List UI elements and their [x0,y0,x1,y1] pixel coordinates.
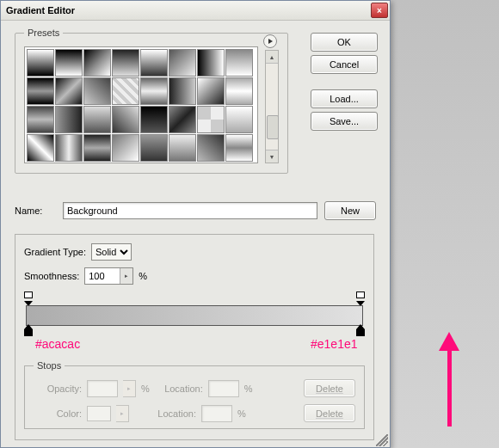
opacity-location-input [208,380,239,397]
annotation-left-color: #acacac [35,337,80,351]
save-button[interactable]: Save... [311,112,378,131]
location-label: Location: [148,408,196,419]
annotation-arrow-icon [439,332,459,427]
color-location-input [201,405,232,422]
preset-swatch[interactable] [197,49,225,77]
titlebar[interactable]: Gradient Editor × [1,1,390,21]
preset-swatch[interactable] [27,106,54,133]
gradient-editor-bar [24,292,365,338]
smoothness-input[interactable]: ▸ [84,267,133,285]
color-stop-right[interactable] [356,324,365,336]
percent-label: % [237,408,246,419]
preset-swatch[interactable] [55,134,83,162]
preset-swatch[interactable] [55,77,83,105]
preset-swatch[interactable] [83,134,111,162]
gradient-preview-bar[interactable] [26,305,363,326]
preset-swatch[interactable] [83,106,111,133]
percent-label: % [139,271,147,281]
stops-group: Stops Opacity: ▸ % Location: % Delete Co… [24,360,365,429]
close-button[interactable]: × [371,3,388,18]
presets-scrollbar[interactable]: ▲ ▼ [265,50,279,163]
gradient-type-label: Gradient Type: [24,247,86,257]
color-label: Color: [34,408,82,419]
preset-swatch[interactable] [112,106,139,133]
smoothness-label: Smoothness: [24,271,79,281]
dialog-body: Presets [1,21,390,448]
scroll-down-icon[interactable]: ▼ [266,150,278,163]
percent-label: % [244,384,253,394]
name-label: Name: [15,206,56,216]
preset-swatch[interactable] [140,49,168,77]
dialog-buttons: OK Cancel Load... Save... [311,33,378,131]
preset-swatch[interactable] [112,134,139,162]
ok-button[interactable]: OK [311,33,378,52]
color-well [87,406,111,421]
gradient-type-select[interactable]: Solid [91,243,132,261]
new-button[interactable]: New [324,201,376,220]
preset-swatch[interactable] [112,49,139,77]
preset-swatch[interactable] [197,106,225,133]
preset-swatch[interactable] [225,106,253,133]
preset-swatch[interactable] [55,106,83,133]
gradient-editor-dialog: Gradient Editor × Presets [0,0,391,448]
preset-swatch[interactable] [197,77,225,105]
window-title: Gradient Editor [6,5,371,15]
preset-swatch[interactable] [27,77,54,105]
presets-legend: Presets [24,28,63,38]
scroll-thumb[interactable] [267,115,279,139]
percent-label: % [141,384,150,394]
preset-swatch[interactable] [55,49,83,77]
preset-swatch[interactable] [27,134,54,162]
preset-swatch[interactable] [112,77,139,105]
preset-swatch[interactable] [83,77,111,105]
preset-swatch[interactable] [169,49,196,77]
stepper-icon: ▸ [123,380,136,397]
preset-swatch[interactable] [197,134,225,162]
stops-legend: Stops [34,360,65,371]
preset-swatch[interactable] [27,49,54,77]
scroll-track[interactable] [266,64,278,150]
smoothness-value[interactable] [85,271,120,281]
presets-group: Presets [15,28,288,174]
delete-color-stop-button: Delete [304,404,355,422]
opacity-label: Opacity: [34,384,82,394]
opacity-stop-right[interactable] [356,292,365,302]
name-input[interactable] [63,202,317,219]
load-button[interactable]: Load... [311,89,378,108]
stepper-icon: ▸ [116,405,129,422]
preset-swatch[interactable] [169,134,196,162]
opacity-stop-left[interactable] [24,292,33,302]
annotation-right-color: #e1e1e1 [311,337,358,351]
preset-swatch[interactable] [225,77,253,105]
scroll-up-icon[interactable]: ▲ [266,51,278,64]
cancel-button[interactable]: Cancel [311,55,378,74]
name-row: Name: New [15,201,376,220]
presets-menu-button[interactable] [263,34,277,48]
preset-swatch[interactable] [169,77,196,105]
preset-swatch[interactable] [169,106,196,133]
close-icon: × [377,6,382,15]
preset-swatch[interactable] [83,49,111,77]
preset-swatch[interactable] [225,49,253,77]
color-stop-left[interactable] [24,324,33,336]
preset-swatch[interactable] [140,106,168,133]
preset-swatch[interactable] [140,77,168,105]
opacity-input [87,380,118,397]
presets-grid [24,46,258,163]
resize-grip-icon[interactable] [376,434,388,446]
location-label: Location: [155,384,203,394]
delete-opacity-stop-button: Delete [304,379,355,397]
preset-swatch[interactable] [225,134,253,162]
stepper-icon[interactable]: ▸ [120,268,132,284]
preset-swatch[interactable] [140,134,168,162]
